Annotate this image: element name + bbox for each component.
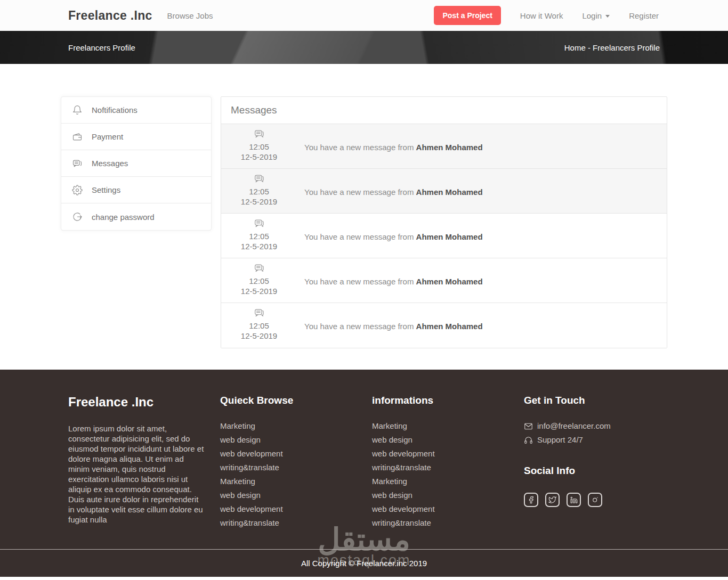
footer-link[interactable]: web development	[372, 502, 524, 516]
nav-login-dropdown[interactable]: Login	[582, 11, 610, 20]
footer-link[interactable]: web development	[220, 502, 372, 516]
messages-panel-title: Messages	[221, 97, 667, 124]
footer-link[interactable]: writing&translate	[372, 516, 524, 530]
message-meta: 12:05 12-5-2019	[221, 218, 297, 251]
footer-link[interactable]: web development	[372, 447, 524, 461]
sidebar-item-payment[interactable]: Payment	[61, 124, 211, 150]
message-sender: Ahmen Mohamed	[416, 277, 483, 286]
footer-support-row[interactable]: Support 24/7	[524, 433, 660, 447]
messages-panel: Messages 12:05 12-5-2019 You have a new …	[221, 96, 667, 348]
footer-about-text: Lorem ipsum dolor sit amet, consectetur …	[68, 423, 206, 525]
chevron-down-icon	[605, 15, 610, 18]
message-sender: Ahmen Mohamed	[416, 187, 483, 197]
footer-support: Support 24/7	[537, 433, 583, 447]
logout-arrow-icon	[72, 211, 83, 222]
nav-link-register[interactable]: Register	[629, 11, 659, 20]
copyright-text: All Copyright © Freelancer.inc 2019	[301, 559, 427, 568]
message-meta: 12:05 12-5-2019	[221, 263, 297, 296]
breadcrumb[interactable]: Home - Freelancers Profile	[564, 43, 660, 52]
message-date: 12-5-2019	[241, 331, 277, 341]
message-meta: 12:05 12-5-2019	[221, 173, 297, 207]
footer-email-row[interactable]: info@freelancer.com	[524, 419, 660, 433]
footer-quick-browse-column: Quieck Browse Marketingweb designweb dev…	[220, 395, 372, 530]
chat-bubble-icon	[253, 218, 265, 230]
footer-quick-browse-links: Marketingweb designweb developmentwritin…	[220, 419, 372, 530]
page-footer: Freelance .Inc Lorem ipsum dolor sit ame…	[0, 370, 728, 577]
message-sender: Ahmen Mohamed	[416, 143, 483, 152]
message-sender: Ahmen Mohamed	[416, 322, 483, 331]
footer-email: info@freelancer.com	[537, 419, 611, 433]
wallet-icon	[72, 132, 83, 142]
chat-bubble-icon	[253, 307, 265, 319]
message-text-body: You have a new message from	[304, 143, 414, 152]
message-meta: 12:05 12-5-2019	[221, 128, 297, 162]
message-date: 12-5-2019	[241, 197, 277, 207]
breadcrumb-banner: Freelancers Profile Home - Freelancers P…	[0, 31, 728, 64]
post-a-project-button[interactable]: Post a Project	[434, 6, 500, 25]
message-time: 12:05	[249, 231, 269, 241]
message-time: 12:05	[249, 142, 269, 152]
footer-link[interactable]: writing&translate	[220, 516, 372, 530]
message-text: You have a new message from Ahmen Mohame…	[304, 307, 483, 331]
footer-contact-column: Get in Touch info@freelancer.com Support…	[524, 395, 660, 530]
message-text-body: You have a new message from	[304, 277, 414, 286]
main-content: Noftifications Payment Messages Settings…	[0, 64, 728, 348]
footer-link[interactable]: Marketing	[372, 475, 524, 488]
facebook-icon[interactable]	[524, 493, 538, 507]
footer-link[interactable]: writing&translate	[220, 461, 372, 475]
footer-link[interactable]: Marketing	[220, 475, 372, 488]
nav-login-label: Login	[582, 11, 602, 20]
message-time: 12:05	[249, 321, 269, 331]
chat-bubble-icon	[253, 173, 265, 185]
footer-link[interactable]: web design	[372, 488, 524, 502]
footer-brand: Freelance .Inc	[68, 395, 220, 410]
sidebar-item-messages[interactable]: Messages	[61, 150, 211, 177]
sidebar-item-settings[interactable]: Settings	[61, 177, 211, 203]
sidebar-item-label: Settings	[92, 185, 120, 194]
sidebar-item-label: Payment	[92, 132, 123, 141]
sidebar-item-label: Messages	[92, 159, 128, 168]
message-row[interactable]: 12:05 12-5-2019 You have a new message f…	[221, 169, 667, 214]
footer-link[interactable]: web development	[220, 447, 372, 461]
chat-icon	[72, 158, 83, 169]
message-time: 12:05	[249, 276, 269, 286]
footer-link[interactable]: Marketing	[220, 419, 372, 433]
nav-right-group: Post a Project How it Work Login Registe…	[434, 6, 659, 25]
nav-link-browse-jobs[interactable]: Browse Jobs	[167, 11, 213, 20]
chat-bubble-icon	[253, 128, 265, 140]
sidebar-item-notifications[interactable]: Noftifications	[61, 97, 211, 124]
message-text-body: You have a new message from	[304, 187, 414, 197]
message-meta: 12:05 12-5-2019	[221, 307, 297, 341]
footer-quick-browse-title: Quieck Browse	[220, 395, 372, 406]
message-row[interactable]: 12:05 12-5-2019 You have a new message f…	[221, 124, 667, 169]
footer-about-column: Freelance .Inc Lorem ipsum dolor sit ame…	[68, 395, 220, 530]
message-text: You have a new message from Ahmen Mohame…	[304, 128, 483, 152]
footer-link[interactable]: Marketing	[372, 419, 524, 433]
message-text: You have a new message from Ahmen Mohame…	[304, 173, 483, 197]
message-row[interactable]: 12:05 12-5-2019 You have a new message f…	[221, 214, 667, 258]
message-time: 12:05	[249, 186, 269, 197]
social-icons-row	[524, 493, 660, 507]
message-row[interactable]: 12:05 12-5-2019 You have a new message f…	[221, 258, 667, 303]
footer-link[interactable]: web design	[220, 433, 372, 447]
messages-list: 12:05 12-5-2019 You have a new message f…	[221, 124, 667, 348]
message-row[interactable]: 12:05 12-5-2019 You have a new message f…	[221, 303, 667, 348]
linkedin-icon[interactable]	[567, 493, 581, 507]
bell-icon	[72, 105, 83, 116]
footer-link[interactable]: web design	[372, 433, 524, 447]
footer-columns: Freelance .Inc Lorem ipsum dolor sit ame…	[0, 370, 728, 549]
sidebar-item-change-password[interactable]: change password	[61, 203, 211, 230]
message-date: 12-5-2019	[241, 286, 277, 296]
message-text: You have a new message from Ahmen Mohame…	[304, 218, 483, 241]
footer-link[interactable]: writing&translate	[372, 461, 524, 475]
footer-get-in-touch-title: Get in Touch	[524, 395, 660, 406]
footer-link[interactable]: web design	[220, 488, 372, 502]
nav-link-how-it-work[interactable]: How it Work	[520, 11, 563, 20]
headset-icon	[524, 436, 533, 445]
page-title: Freelancers Profile	[68, 43, 135, 52]
sidebar-item-label: change password	[92, 213, 155, 222]
instagram-icon[interactable]	[588, 493, 602, 507]
message-text-body: You have a new message from	[304, 232, 414, 241]
brand-logo[interactable]: Freelance .Inc	[68, 9, 152, 23]
twitter-icon[interactable]	[545, 493, 560, 507]
